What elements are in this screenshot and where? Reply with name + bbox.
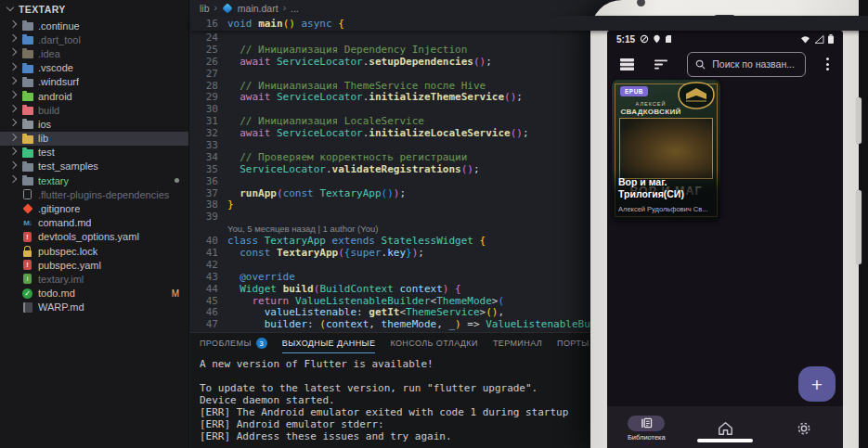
file-tree-item[interactable]: !pubspec.yaml [0,258,188,272]
file-name: comand.md [38,217,91,228]
file-name: .vscode [38,62,73,73]
chevron-right-icon [9,35,18,44]
format-badge: EPUB [620,86,648,96]
nav-settings[interactable] [764,406,843,448]
line-number: 44 [190,284,218,296]
file-tree-item[interactable]: M↓comand.md [0,216,188,230]
file-tree-item[interactable]: android [0,89,188,103]
file-tree-item[interactable]: WARP.md [0,301,188,314]
file-tree-item[interactable]: .idea [0,46,188,60]
folder-icon [21,19,33,32]
folder-icon [21,133,33,145]
file-tree-item[interactable]: .windsurf [0,75,188,89]
library-icon [641,417,653,429]
file-tree-item[interactable]: .vscode [0,61,188,75]
panel-tab[interactable]: ПРОБЛЕМЫ3 [200,333,267,353]
file-tree-item[interactable]: .flutter-plugins-dependencies [0,187,188,201]
file-name: .idea [38,48,60,59]
file-name: todo.md [38,288,75,299]
chevron-right-icon [9,64,18,72]
panel-tab[interactable]: ТЕРМИНАЛ [493,333,542,353]
folder-icon [21,147,33,159]
line-number: 39 [190,211,218,224]
chevron-right-icon [9,21,18,30]
overflow-menu-icon[interactable] [824,56,831,72]
chevron-right-icon [9,134,18,143]
search-input[interactable]: Поиск по назван... [687,52,806,77]
file-tree-item[interactable]: !devtools_options.yaml [0,230,188,244]
git-status-badge: M [172,288,179,299]
sort-icon[interactable] [654,58,669,70]
file-name: test [38,147,55,158]
nav-library-label: Библиотека [628,433,666,442]
breadcrumb-symbol[interactable]: ... [291,3,299,14]
phone-volume-button [856,97,862,144]
module-icon: i [21,273,33,285]
battery-icon [828,34,834,44]
book-cover: EPUB АЛЕКСЕЙ СВАДКОВСКИЙ ВОР И МАГ Вор и… [612,80,720,221]
desktop: TEXTARY .continue.dart_tool.idea.vscode.… [0,0,868,448]
home-indicator[interactable] [697,439,753,442]
book-icon [21,301,33,314]
yaml-icon: ! [21,231,33,243]
file-tree-item[interactable]: build [0,103,188,117]
file-tree-item[interactable]: pubspec.lock [0,244,188,258]
file-tree-item[interactable]: ios [0,117,188,131]
search-placeholder: Поиск по назван... [712,58,795,70]
explorer-root[interactable]: TEXTARY [0,0,188,19]
file-name: ios [38,119,51,130]
panel-tab[interactable]: ПОРТЫ [557,333,589,353]
phone-screen: 5:15 [607,31,843,448]
panel-tab[interactable]: ВЫХОДНЫЕ ДАННЫЕ [282,333,376,353]
book-author: Алексей Рудольфович Св... [618,205,714,213]
chevron-right-icon [9,162,18,171]
sim-card-icon [665,34,672,44]
chevron-right-icon [9,106,18,114]
file-tree-item[interactable]: .dart_tool [0,32,188,46]
do-not-disturb-icon [640,34,649,44]
file-tree-item[interactable]: lib [0,132,188,146]
file-tree-item[interactable]: itextary.iml [0,272,188,286]
breadcrumb-file[interactable]: main.dart [238,3,279,14]
wifi-icon [800,35,810,44]
location-icon [653,34,661,44]
file-icon [21,188,33,200]
file-tree-item[interactable]: textary [0,173,188,187]
line-number: 33 [190,140,218,152]
file-name: .gitignore [38,203,80,214]
panel-tab[interactable]: КОНСОЛЬ ОТЛАДКИ [390,333,477,353]
add-book-fab[interactable]: + [798,366,836,402]
file-explorer: TEXTARY .continue.dart_tool.idea.vscode.… [0,0,189,448]
folder-icon [21,90,33,102]
bottom-navigation: Библиотека [607,406,843,448]
folder-icon [21,62,33,74]
line-number: 34 [190,152,218,164]
file-tree-item[interactable]: test_samples [0,160,188,173]
lock-icon [21,245,33,257]
chevron-right-icon [9,148,18,157]
gear-icon [797,421,811,436]
file-name: .flutter-plugins-dependencies [38,189,169,200]
breadcrumb-folder[interactable]: lib [200,3,210,14]
sticky-scroll-line[interactable]: 16void main() async { [190,16,868,31]
file-tree-item[interactable]: .continue [0,19,188,32]
file-tree-item[interactable]: .gitignore [0,201,188,215]
file-name: textary.iml [38,274,84,285]
chevron-right-icon [9,176,18,185]
line-number: 35 [190,164,218,176]
book-card[interactable]: EPUB АЛЕКСЕЙ СВАДКОВСКИЙ ВОР И МАГ Вор и… [612,80,720,221]
folder-icon [21,160,33,173]
chevron-down-icon [6,6,15,14]
file-tree-item[interactable]: test [0,146,188,160]
file-name: android [38,91,72,102]
chevron-right-icon [9,49,18,58]
check-icon: ✓ [21,288,33,300]
status-time: 5:15 [616,34,635,45]
file-name: WARP.md [38,301,84,313]
view-list-icon[interactable] [619,58,635,71]
file-name: pubspec.yaml [38,260,101,271]
nav-library[interactable]: Библиотека [607,406,686,448]
file-tree-item[interactable]: ✓todo.mdM [0,287,188,301]
cell-signal-icon [814,35,824,44]
file-tree: .continue.dart_tool.idea.vscode.windsurf… [0,19,188,314]
